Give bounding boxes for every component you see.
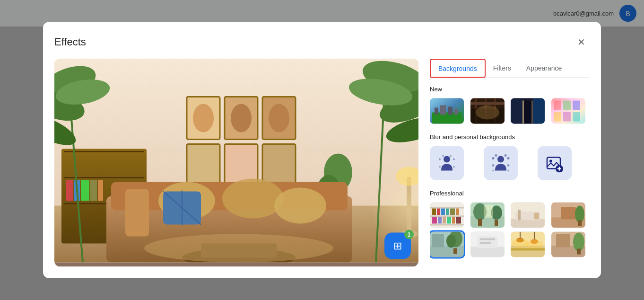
svg-rect-114 [447, 217, 451, 224]
thumb-new-2-img [470, 98, 505, 124]
svg-point-94 [492, 170, 494, 172]
thumbnail-p5-selected[interactable] [430, 232, 464, 257]
svg-point-87 [497, 156, 504, 163]
svg-rect-144 [480, 242, 491, 244]
svg-rect-121 [478, 219, 482, 226]
svg-rect-68 [522, 101, 533, 124]
blur-soft-button[interactable] [430, 146, 464, 180]
svg-point-89 [507, 157, 510, 159]
svg-rect-72 [531, 101, 533, 124]
svg-point-90 [492, 164, 495, 167]
svg-rect-104 [430, 224, 464, 226]
section-new: New [430, 86, 588, 124]
svg-rect-56 [440, 106, 446, 115]
svg-rect-108 [446, 209, 449, 215]
thumbnail-p8[interactable] [551, 232, 585, 257]
tabs-container: Backgrounds Filters Appearance [430, 59, 590, 78]
svg-rect-139 [453, 248, 457, 254]
svg-rect-111 [432, 217, 437, 224]
thumbnail-new-1[interactable] [430, 98, 464, 124]
thumbnail-p2[interactable] [470, 203, 505, 228]
svg-rect-135 [430, 246, 464, 257]
modal-body: ⊞ 1 Backgrounds Filters Appearance New [54, 59, 590, 267]
svg-point-88 [492, 157, 495, 159]
thumb-new-3-img [511, 98, 545, 124]
svg-rect-8 [262, 144, 296, 187]
svg-rect-76 [573, 101, 580, 110]
svg-rect-106 [437, 209, 440, 215]
thumbnail-p3[interactable] [511, 203, 545, 228]
svg-point-82 [453, 159, 455, 160]
svg-point-92 [495, 154, 497, 157]
svg-rect-133 [578, 221, 582, 226]
layers-button[interactable]: ⊞ 1 [384, 233, 411, 259]
svg-rect-112 [438, 217, 442, 224]
svg-point-138 [446, 235, 456, 248]
blur-strong-button[interactable] [484, 146, 518, 180]
thumb-p1-img [430, 203, 464, 228]
thumbnail-p6[interactable] [470, 232, 505, 257]
svg-rect-55 [435, 108, 438, 115]
svg-rect-69 [511, 98, 522, 124]
thumb-p7-img [511, 232, 545, 257]
thumbnail-new-4[interactable] [551, 98, 585, 124]
tab-filters[interactable]: Filters [486, 59, 519, 78]
svg-rect-123 [484, 205, 493, 218]
section-blur: Blur and personal backgrounds [430, 133, 588, 180]
person-blur-icon [437, 154, 456, 173]
svg-point-85 [442, 155, 444, 157]
svg-rect-64 [470, 102, 505, 105]
thumbnail-new-3[interactable] [511, 98, 545, 124]
svg-point-11 [269, 104, 289, 132]
svg-rect-122 [495, 220, 498, 226]
svg-rect-153 [511, 248, 545, 251]
thumb-p5-img [430, 232, 464, 257]
panel-content: New [430, 86, 590, 267]
svg-rect-74 [554, 101, 561, 110]
thumbnail-p7[interactable] [511, 232, 545, 257]
svg-rect-75 [563, 101, 571, 110]
svg-point-91 [507, 164, 510, 167]
section-professional: Professional [430, 190, 588, 257]
svg-rect-143 [480, 238, 495, 240]
svg-rect-105 [432, 209, 436, 215]
section-new-title: New [430, 86, 588, 93]
right-panel: Backgrounds Filters Appearance New [430, 59, 590, 267]
svg-point-132 [575, 206, 584, 223]
svg-point-86 [450, 155, 452, 157]
thumbnail-p1[interactable] [430, 203, 464, 228]
section-professional-title: Professional [430, 190, 588, 197]
svg-rect-70 [533, 98, 545, 124]
svg-rect-102 [430, 207, 464, 209]
svg-rect-131 [561, 207, 576, 220]
svg-rect-58 [454, 109, 458, 115]
svg-rect-20 [98, 180, 103, 201]
tab-backgrounds[interactable]: Backgrounds [430, 59, 486, 78]
svg-rect-136 [432, 234, 444, 247]
thumbnail-p4[interactable] [551, 203, 585, 228]
thumb-p6-img [470, 232, 505, 257]
svg-rect-16 [66, 180, 73, 201]
upload-background-button[interactable] [538, 146, 572, 180]
svg-rect-79 [573, 112, 580, 122]
svg-rect-19 [90, 180, 97, 201]
layers-badge-container: ⊞ 1 [384, 233, 411, 259]
scene [54, 59, 418, 263]
scene-svg [54, 59, 418, 263]
svg-point-84 [453, 166, 455, 168]
thumb-new-1-img [430, 98, 464, 124]
svg-point-95 [507, 170, 509, 172]
svg-rect-77 [554, 112, 561, 122]
close-button[interactable]: ✕ [573, 34, 590, 51]
svg-rect-158 [577, 249, 581, 255]
svg-point-40 [222, 179, 284, 219]
svg-point-83 [439, 166, 441, 168]
tab-appearance[interactable]: Appearance [519, 59, 570, 78]
thumb-p2-img [470, 203, 505, 228]
svg-point-97 [549, 160, 552, 163]
svg-rect-109 [450, 209, 455, 215]
svg-rect-107 [441, 209, 445, 215]
thumbnail-new-2[interactable] [470, 98, 505, 124]
svg-rect-13 [64, 151, 144, 152]
upload-icon [545, 154, 564, 173]
